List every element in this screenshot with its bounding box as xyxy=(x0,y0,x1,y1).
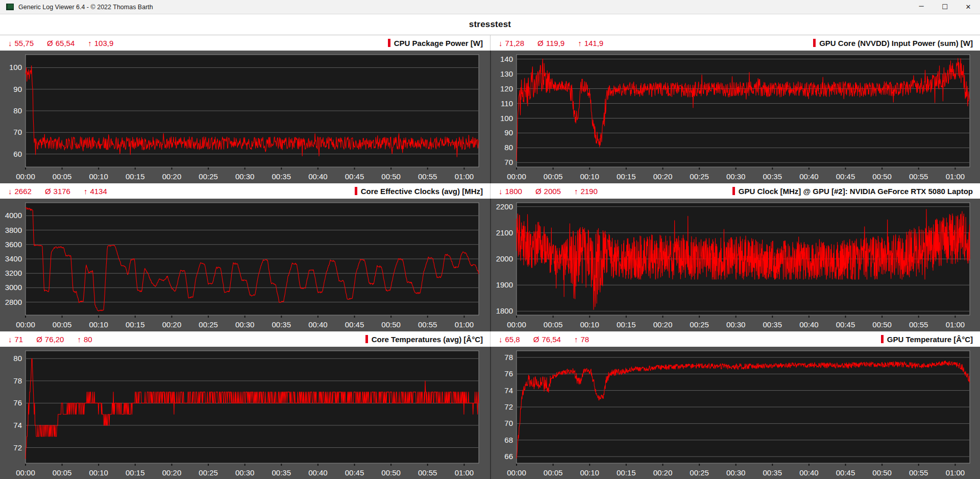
chart-plot-area[interactable]: 14013012011010090807000:0000:0500:1000:1… xyxy=(490,51,980,183)
chart-header: ↓65,8 Ø76,54 ↑78 GPU Temperature [Â°C] xyxy=(490,331,980,347)
stat-min: ↓65,8 xyxy=(499,335,520,344)
chart-canvas[interactable]: 2200210020001900180000:0000:0500:1000:15… xyxy=(491,199,980,331)
series-color-marker-icon xyxy=(732,187,735,195)
chart-panel-gpu-clock: ↓1800 Ø2005 ↑2190 GPU Clock [MHz] @ GPU … xyxy=(490,183,980,331)
svg-text:00:55: 00:55 xyxy=(418,468,437,477)
maximize-button[interactable]: ☐ xyxy=(933,0,957,14)
svg-text:00:50: 00:50 xyxy=(381,320,401,329)
svg-text:76: 76 xyxy=(504,369,513,378)
min-arrow-icon: ↓ xyxy=(499,39,503,47)
chart-canvas[interactable]: 400038003600340032003000280000:0000:0500… xyxy=(0,199,489,331)
svg-text:00:45: 00:45 xyxy=(345,320,364,329)
min-arrow-icon: ↓ xyxy=(8,335,12,344)
svg-text:00:50: 00:50 xyxy=(872,468,892,477)
stat-min: ↓1800 xyxy=(499,187,522,196)
chart-title: Core Temperatures (avg) [Â°C] xyxy=(365,335,483,344)
chart-canvas[interactable]: 1009080706000:0000:0500:1000:1500:2000:2… xyxy=(0,51,489,183)
minimize-button[interactable]: ─ xyxy=(910,0,933,14)
chart-panel-gpu-temperature: ↓65,8 Ø76,54 ↑78 GPU Temperature [Â°C] 7… xyxy=(490,331,980,479)
chart-plot-area[interactable]: 1009080706000:0000:0500:1000:1500:2000:2… xyxy=(0,51,490,183)
svg-text:00:40: 00:40 xyxy=(799,320,819,329)
min-arrow-icon: ↓ xyxy=(499,335,503,344)
svg-text:00:30: 00:30 xyxy=(235,172,255,181)
svg-text:00:35: 00:35 xyxy=(763,468,782,477)
svg-text:4000: 4000 xyxy=(5,211,22,220)
svg-text:70: 70 xyxy=(504,419,513,427)
chart-stats: ↓55,75 Ø65,54 ↑103,9 xyxy=(8,39,127,47)
svg-text:00:25: 00:25 xyxy=(690,172,709,181)
svg-text:00:20: 00:20 xyxy=(653,172,673,181)
svg-text:01:00: 01:00 xyxy=(946,320,965,329)
svg-text:00:00: 00:00 xyxy=(16,172,35,181)
svg-text:00:05: 00:05 xyxy=(53,320,72,329)
svg-text:140: 140 xyxy=(500,55,513,63)
max-arrow-icon: ↑ xyxy=(574,187,578,196)
stat-min: ↓71,28 xyxy=(499,39,524,47)
svg-text:00:00: 00:00 xyxy=(16,468,35,477)
svg-text:00:50: 00:50 xyxy=(872,320,892,329)
chart-plot-area[interactable]: 400038003600340032003000280000:0000:0500… xyxy=(0,199,490,331)
svg-text:00:10: 00:10 xyxy=(580,468,599,477)
stat-avg: Ø65,54 xyxy=(47,39,75,47)
chart-header: ↓71 Ø76,20 ↑80 Core Temperatures (avg) [… xyxy=(0,331,490,347)
stat-max: ↑103,9 xyxy=(88,39,113,47)
svg-text:00:05: 00:05 xyxy=(544,320,563,329)
svg-text:00:30: 00:30 xyxy=(235,320,255,329)
chart-canvas[interactable]: 807876747200:0000:0500:1000:1500:2000:25… xyxy=(0,347,489,479)
series-color-marker-icon xyxy=(813,39,816,47)
svg-text:76: 76 xyxy=(13,398,22,407)
title-bar[interactable]: Generic Log Viewer 6.4 - © 2022 Thomas B… xyxy=(0,0,980,14)
app-icon xyxy=(6,4,14,10)
stat-avg: Ø2005 xyxy=(535,187,561,196)
avg-sign-icon: Ø xyxy=(535,187,542,196)
svg-text:00:40: 00:40 xyxy=(799,468,819,477)
svg-text:80: 80 xyxy=(13,106,22,115)
svg-text:00:05: 00:05 xyxy=(53,172,72,181)
svg-text:110: 110 xyxy=(501,99,513,108)
chart-title: CPU Package Power [W] xyxy=(388,39,483,47)
chart-plot-area[interactable]: 807876747200:0000:0500:1000:1500:2000:25… xyxy=(0,347,490,479)
stat-avg: Ø119,9 xyxy=(537,39,565,47)
svg-text:1900: 1900 xyxy=(496,280,513,289)
svg-text:2100: 2100 xyxy=(496,228,513,237)
svg-text:60: 60 xyxy=(13,150,22,158)
svg-text:3400: 3400 xyxy=(5,254,22,263)
avg-sign-icon: Ø xyxy=(36,335,42,344)
svg-text:80: 80 xyxy=(504,143,513,152)
series-color-marker-icon xyxy=(881,335,884,343)
chart-stats: ↓1800 Ø2005 ↑2190 xyxy=(499,187,611,196)
svg-text:66: 66 xyxy=(504,452,513,461)
svg-text:00:55: 00:55 xyxy=(909,468,928,477)
max-arrow-icon: ↑ xyxy=(88,39,92,47)
window-title: Generic Log Viewer 6.4 - © 2022 Thomas B… xyxy=(18,4,910,11)
svg-text:00:20: 00:20 xyxy=(162,172,182,181)
max-arrow-icon: ↑ xyxy=(574,335,578,344)
chart-plot-area[interactable]: 2200210020001900180000:0000:0500:1000:15… xyxy=(490,199,980,331)
min-arrow-icon: ↓ xyxy=(499,187,503,196)
svg-text:01:00: 01:00 xyxy=(455,320,474,329)
svg-text:00:40: 00:40 xyxy=(308,320,328,329)
chart-panel-gpu-core-input-power: ↓71,28 Ø119,9 ↑141,9 GPU Core (NVVDD) In… xyxy=(490,35,980,183)
svg-text:00:55: 00:55 xyxy=(418,172,437,181)
svg-text:00:15: 00:15 xyxy=(617,468,636,477)
chart-plot-area[interactable]: 7876747270686600:0000:0500:1000:1500:200… xyxy=(490,347,980,479)
svg-text:00:50: 00:50 xyxy=(381,172,401,181)
svg-text:00:05: 00:05 xyxy=(53,468,72,477)
svg-text:72: 72 xyxy=(504,402,513,411)
stat-max: ↑2190 xyxy=(574,187,598,196)
svg-text:74: 74 xyxy=(13,421,22,429)
svg-text:01:00: 01:00 xyxy=(946,468,965,477)
svg-text:00:25: 00:25 xyxy=(690,320,709,329)
chart-stats: ↓71,28 Ø119,9 ↑141,9 xyxy=(499,39,617,47)
stat-avg: Ø3176 xyxy=(45,187,70,196)
svg-text:01:00: 01:00 xyxy=(946,172,965,181)
svg-text:120: 120 xyxy=(500,84,513,93)
chart-canvas[interactable]: 14013012011010090807000:0000:0500:1000:1… xyxy=(491,51,980,183)
max-arrow-icon: ↑ xyxy=(578,39,582,47)
svg-text:00:40: 00:40 xyxy=(799,172,819,181)
close-button[interactable]: ✕ xyxy=(957,0,980,14)
svg-text:00:00: 00:00 xyxy=(507,172,526,181)
svg-text:00:25: 00:25 xyxy=(199,468,218,477)
svg-text:00:10: 00:10 xyxy=(580,320,599,329)
chart-canvas[interactable]: 7876747270686600:0000:0500:1000:1500:200… xyxy=(491,347,980,479)
